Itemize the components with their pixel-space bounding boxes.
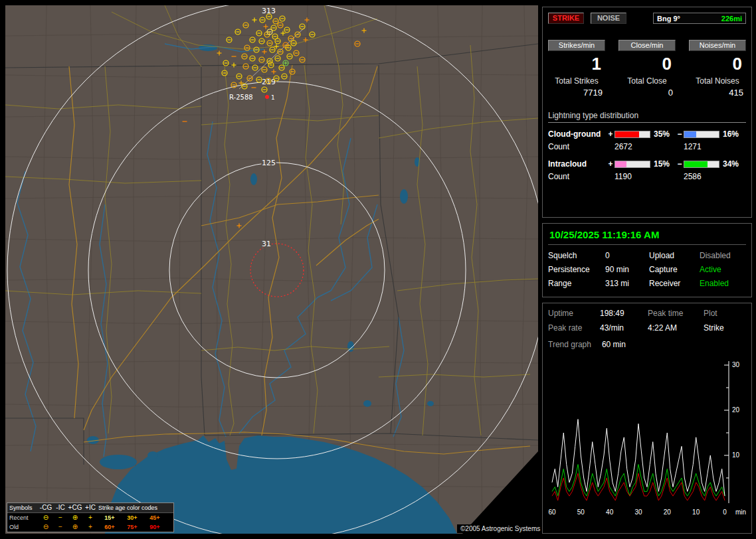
positive-count: 1190 — [614, 172, 684, 181]
legend-symbol-ic-pos: + — [82, 514, 98, 522]
total-value: 0 — [618, 88, 676, 98]
negative-bar — [684, 161, 719, 168]
negative-count: 2586 — [684, 172, 746, 181]
plot-value: Strike — [704, 323, 746, 333]
legend-row: Recent⊖−⊕+15+30+45+ — [7, 513, 173, 522]
receiver-status: Enabled — [700, 279, 746, 288]
squelch-label: Squelch — [548, 251, 605, 260]
x-tick-label: 30 — [634, 508, 642, 516]
legend-type-header-ic-neg: -IC — [53, 504, 68, 512]
range-label: Range — [548, 279, 605, 288]
x-tick-label: 0 — [723, 508, 727, 516]
positive-count: 2672 — [614, 142, 684, 151]
legend-symbol-cg-neg: ⊖ — [39, 523, 53, 531]
strikes-min-box[interactable]: Strikes/min — [548, 40, 605, 51]
legend-type-header-ic-pos: +IC — [82, 504, 98, 512]
x-tick-label: 20 — [664, 508, 671, 516]
side-panel: STRIKE NOISE Bng 9° 226mi Strikes/min1To… — [542, 7, 752, 539]
count-row: Count11902586 — [548, 172, 746, 181]
noises-min-box[interactable]: Noises/min — [689, 40, 746, 51]
legend-age-row-label: Recent — [9, 514, 39, 522]
legend-symbol-ic-pos: + — [82, 523, 98, 531]
rate-column: Close/min0Total Close0 — [618, 40, 676, 98]
status-grid: Squelch 0 Upload Disabled Persistence 90… — [548, 251, 746, 288]
legend-symbol-cg-neg: ⊖ — [39, 514, 53, 522]
distribution-type-label: Intracloud — [548, 159, 607, 169]
plot-label: Plot — [704, 309, 746, 318]
counters-panel: STRIKE NOISE Bng 9° 226mi Strikes/min1To… — [542, 7, 752, 218]
legend-type-header-cg-pos: +CG — [68, 504, 82, 512]
bearing-label: Bng 9° — [657, 15, 680, 23]
status-panel: 10/25/2025 11:19:16 AM Squelch 0 Upload … — [542, 223, 752, 297]
count-row: Count26721271 — [548, 142, 746, 151]
negative-bar-fill — [684, 131, 696, 137]
negative-count: 1271 — [684, 142, 746, 151]
receiver-label: Receiver — [649, 279, 700, 288]
legend-symbol-cg-pos: ⊕ — [68, 514, 82, 522]
x-tick-label: 60 — [548, 508, 555, 516]
negative-percent: 16% — [719, 129, 742, 139]
svg-text:31: 31 — [262, 240, 271, 248]
upload-label: Upload — [649, 251, 700, 260]
svg-text:1: 1 — [271, 94, 275, 101]
legend-row: Old⊖−⊕+60+75+90+ — [7, 522, 173, 532]
total-value: 415 — [689, 88, 746, 98]
positive-bar — [614, 131, 650, 138]
distribution-title: Lightning type distribution — [548, 111, 746, 123]
svg-text:10: 10 — [732, 451, 740, 459]
trend-graph-label: Trend graph — [548, 340, 591, 349]
positive-bar-fill — [615, 161, 626, 167]
positive-percent: 15% — [650, 159, 676, 169]
total-label: Total Close — [618, 76, 676, 86]
capture-label: Capture — [649, 265, 700, 274]
legend-age-code: 15+ — [98, 514, 121, 522]
legend-type-header-cg-neg: -CG — [39, 504, 53, 512]
uptime-label: Uptime — [548, 309, 600, 318]
legend-age-row-label: Old — [9, 523, 39, 531]
trend-chart-x-axis: 6050403020100min — [548, 508, 747, 517]
trend-graph-row: Trend graph 60 min — [548, 340, 746, 349]
legend-symbol-ic-neg: − — [53, 523, 68, 531]
trend-panel: Uptime 198:49 Peak time Plot Peak rate 4… — [542, 303, 752, 534]
rate-value: 1 — [548, 51, 605, 75]
peak-time-value: 4:22 AM — [648, 323, 704, 333]
peak-time-label: Peak time — [648, 309, 704, 318]
trend-chart-plot: 102030 — [548, 353, 747, 506]
x-axis-unit: min — [735, 508, 746, 516]
total-value: 7719 — [548, 88, 605, 98]
count-label: Count — [548, 172, 614, 181]
persistence-value: 90 min — [605, 265, 649, 274]
rate-value: 0 — [618, 51, 676, 75]
plus-sign: + — [607, 159, 614, 169]
legend-age-code: 75+ — [121, 523, 143, 531]
datetime-display: 10/25/2025 11:19:16 AM — [548, 226, 746, 245]
positive-bar — [614, 161, 650, 168]
minus-sign: − — [676, 159, 684, 169]
peak-rate-label: Peak rate — [548, 323, 600, 333]
rate-column: Noises/min0Total Noises415 — [689, 40, 746, 98]
legend-age-code: 90+ — [143, 523, 166, 531]
bearing-box: Bng 9° 226mi — [653, 13, 746, 24]
positive-bar-fill — [615, 131, 639, 137]
trend-chart: 102030 6050403020100min — [548, 353, 746, 517]
close-min-box[interactable]: Close/min — [618, 40, 676, 51]
legend-header: Symbols -CG -IC +CG +IC Strike age color… — [7, 503, 173, 513]
plus-sign: + — [607, 129, 614, 139]
trend-window-value: 60 min — [602, 340, 626, 349]
legend-symbol-cg-pos: ⊕ — [68, 523, 82, 531]
svg-text:20: 20 — [732, 406, 740, 414]
legend-symbol-ic-neg: − — [53, 514, 68, 522]
noise-indicator-button[interactable]: NOISE — [591, 13, 626, 24]
distribution-type-label: Cloud-ground — [548, 129, 607, 139]
lightning-map[interactable]: 31125219313R-25881 — [5, 5, 538, 534]
copyright-text: ©2005 Astrogenic Systems — [457, 524, 543, 533]
total-label: Total Noises — [689, 76, 746, 86]
map-panel: 31125219313R-25881 Symbols -CG -IC +CG +… — [5, 5, 538, 534]
legend-rows: Recent⊖−⊕+15+30+45+Old⊖−⊕+60+75+90+ — [7, 513, 173, 532]
map-legend: Symbols -CG -IC +CG +IC Strike age color… — [7, 502, 174, 532]
strike-indicator-button[interactable]: STRIKE — [548, 13, 584, 24]
x-tick-label: 40 — [606, 508, 613, 516]
distribution-row: Intracloud+15%−34% — [548, 159, 746, 169]
bearing-range-value: 226mi — [721, 15, 742, 23]
minus-sign: − — [676, 129, 684, 139]
